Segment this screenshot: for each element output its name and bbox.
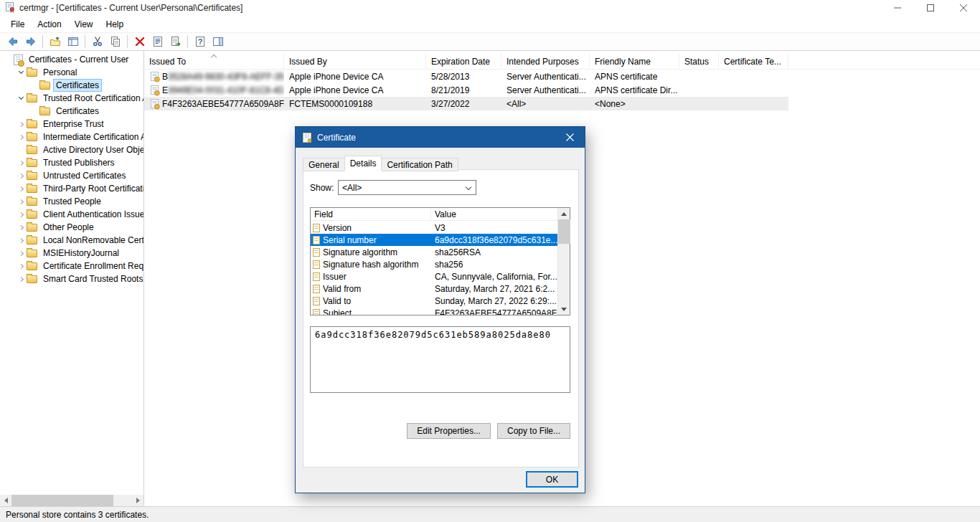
menu-bar: File Action View Help	[0, 16, 980, 32]
column-header-certificate-template[interactable]: Certificate Te...	[719, 54, 788, 69]
column-header-friendly-name[interactable]: Friendly Name	[590, 54, 679, 69]
tree-item-trusted-publishers[interactable]: Trusted Publishers	[0, 156, 143, 169]
certmgr-app-icon	[4, 2, 16, 14]
tab-certification-path[interactable]: Certification Path	[381, 158, 458, 171]
grid-header-value: Value	[431, 209, 557, 219]
field-row-signature-hash-algorithm[interactable]: Signature hash algorithmsha256	[311, 258, 557, 270]
field-row-subject[interactable]: SubjectF4F3263AEBE54777A6509A8F...	[311, 307, 557, 315]
folder-icon	[27, 159, 37, 167]
chevron-right-icon[interactable]	[16, 171, 26, 181]
scroll-right-button[interactable]	[132, 495, 143, 506]
tree-item-msiehistoryjournal[interactable]: MSIEHistoryJournal	[0, 247, 143, 260]
issued-to-text: F4F3263AEBE54777A6509A8FCC...	[162, 99, 284, 109]
window-title: certmgr - [Certificates - Current User\P…	[19, 3, 242, 13]
tree-horizontal-scrollbar[interactable]	[0, 495, 143, 506]
grid-scrollbar[interactable]	[557, 208, 570, 315]
back-button[interactable]	[4, 34, 22, 49]
tree-item-trusted-people[interactable]: Trusted People	[0, 195, 143, 208]
column-header-expiration-date[interactable]: Expiration Date	[426, 54, 501, 69]
tree-item-certificates-current-user[interactable]: Certificates - Current User	[0, 53, 143, 66]
tree-item-smart-card-trusted-roots[interactable]: Smart Card Trusted Roots	[0, 272, 143, 285]
show-dropdown[interactable]: <All>	[338, 180, 476, 195]
field-row-serial-number[interactable]: Serial number6a9dcc318f36e82079d5c631e..…	[311, 234, 557, 246]
chevron-right-icon[interactable]	[16, 132, 26, 142]
scroll-up-button[interactable]	[558, 208, 570, 219]
tree-item-label: Intermediate Certification Authorities	[41, 131, 143, 143]
field-row-issuer[interactable]: IssuerCA, Sunnyvale, California, For...	[311, 270, 557, 283]
field-row-version[interactable]: VersionV3	[311, 222, 557, 234]
chevron-right-icon[interactable]	[16, 196, 26, 207]
column-header-issued-to[interactable]: Issued To	[144, 54, 284, 69]
show-hide-action-pane-button[interactable]	[209, 34, 227, 49]
menu-file[interactable]: File	[4, 17, 31, 32]
tree-item-local-nonremovable-certificates[interactable]: Local NonRemovable Certificates	[0, 234, 143, 247]
tree-item-personal-certificates[interactable]: Certificates	[0, 79, 143, 92]
status-bar: Personal store contains 3 certificates.	[0, 506, 980, 522]
dialog-close-button[interactable]	[555, 127, 585, 148]
tree-item-untrusted-certificates[interactable]: Untrusted Certificates	[0, 169, 143, 182]
grid-header: Field Value	[311, 208, 570, 221]
chevron-right-icon[interactable]	[16, 261, 26, 271]
chevron-down-icon[interactable]	[16, 93, 26, 103]
dialog-body: General Details Certification Path Show:…	[296, 148, 585, 493]
tree-item-personal[interactable]: Personal	[0, 66, 143, 79]
chevron-right-icon[interactable]	[16, 248, 26, 258]
ok-button[interactable]: OK	[526, 471, 578, 488]
tab-details[interactable]: Details	[344, 156, 382, 171]
chevron-right-icon[interactable]	[16, 209, 26, 219]
help-button[interactable]: ?	[191, 34, 209, 49]
column-header-issued-by[interactable]: Issued By	[284, 54, 426, 69]
tree-item-active-directory-user-object[interactable]: Active Directory User Object	[0, 143, 143, 156]
folder-icon	[27, 133, 37, 141]
field-row-valid-to[interactable]: Valid toSunday, March 27, 2022 6:29:...	[311, 295, 557, 307]
column-header-status[interactable]: Status	[679, 54, 719, 69]
field-row-valid-from[interactable]: Valid fromSaturday, March 27, 2021 6:2..…	[311, 283, 557, 295]
certificate-row[interactable]: E3949E04-0031-410F-81C8-4DC... Apple iPh…	[144, 83, 788, 97]
menu-view[interactable]: View	[68, 17, 100, 32]
chevron-right-icon[interactable]	[16, 235, 26, 245]
close-button[interactable]	[947, 0, 980, 16]
chevron-right-icon[interactable]	[16, 274, 26, 284]
certificate-row-selected[interactable]: F4F3263AEBE54777A6509A8FCC... FCTEMS0000…	[144, 97, 788, 110]
chevron-right-icon[interactable]	[16, 158, 26, 168]
certificate-row[interactable]: B3528A49-9830-43F6-AEFF-35C... Apple iPh…	[144, 70, 788, 83]
chevron-right-icon[interactable]	[16, 222, 26, 232]
edit-properties-button[interactable]: Edit Properties...	[407, 423, 491, 439]
menu-help[interactable]: Help	[100, 17, 131, 32]
scroll-left-button[interactable]	[0, 495, 11, 506]
delete-button[interactable]	[131, 34, 149, 49]
tab-general[interactable]: General	[303, 158, 345, 171]
copy-to-file-button[interactable]: Copy to File...	[497, 423, 570, 439]
tree-item-trusted-root-certificates[interactable]: Certificates	[0, 105, 143, 118]
show-hide-console-tree-button[interactable]	[64, 34, 82, 49]
properties-button[interactable]	[149, 34, 166, 49]
purposes-cell: Server Authenticati...	[501, 83, 590, 97]
chevron-right-icon[interactable]	[16, 119, 26, 129]
chevron-down-icon[interactable]	[16, 67, 26, 77]
chevron-right-icon[interactable]	[16, 184, 26, 194]
menu-action[interactable]: Action	[31, 17, 67, 32]
close-icon	[960, 4, 967, 11]
minimize-button[interactable]	[881, 0, 914, 16]
tree-item-client-authentication-issuers[interactable]: Client Authentication Issuers	[0, 208, 143, 221]
tree-item-enterprise-trust[interactable]: Enterprise Trust	[0, 118, 143, 130]
tree-item-intermediate-certification-authorities[interactable]: Intermediate Certification Authorities	[0, 130, 143, 143]
properties-icon	[152, 36, 164, 47]
tree-item-third-party-root-certification-authorities[interactable]: Third-Party Root Certification Authoriti…	[0, 182, 143, 195]
field-value-text[interactable]: 6a9dcc318f36e82079d5c631eb589a8025da8e80	[310, 326, 570, 393]
scrollbar-thumb[interactable]	[558, 219, 570, 244]
scroll-down-button[interactable]	[558, 303, 570, 315]
cut-button[interactable]	[88, 34, 106, 49]
scrollbar-thumb[interactable]	[11, 495, 113, 506]
field-row-signature-algorithm[interactable]: Signature algorithmsha256RSA	[311, 246, 557, 258]
issued-to-cell: B3528A49-9830-43F6-AEFF-35C...	[144, 70, 284, 83]
forward-button[interactable]	[22, 34, 39, 49]
tree-item-certificate-enrollment-requests[interactable]: Certificate Enrollment Requests	[0, 260, 143, 272]
maximize-button[interactable]	[914, 0, 947, 16]
tree-item-other-people[interactable]: Other People	[0, 221, 143, 234]
tree-item-trusted-root-certification-authorities[interactable]: Trusted Root Certification Authorities	[0, 92, 143, 105]
column-header-intended-purposes[interactable]: Intended Purposes	[501, 54, 590, 69]
copy-button[interactable]	[106, 34, 124, 49]
up-one-level-button[interactable]	[46, 34, 64, 49]
export-list-button[interactable]	[166, 34, 184, 49]
